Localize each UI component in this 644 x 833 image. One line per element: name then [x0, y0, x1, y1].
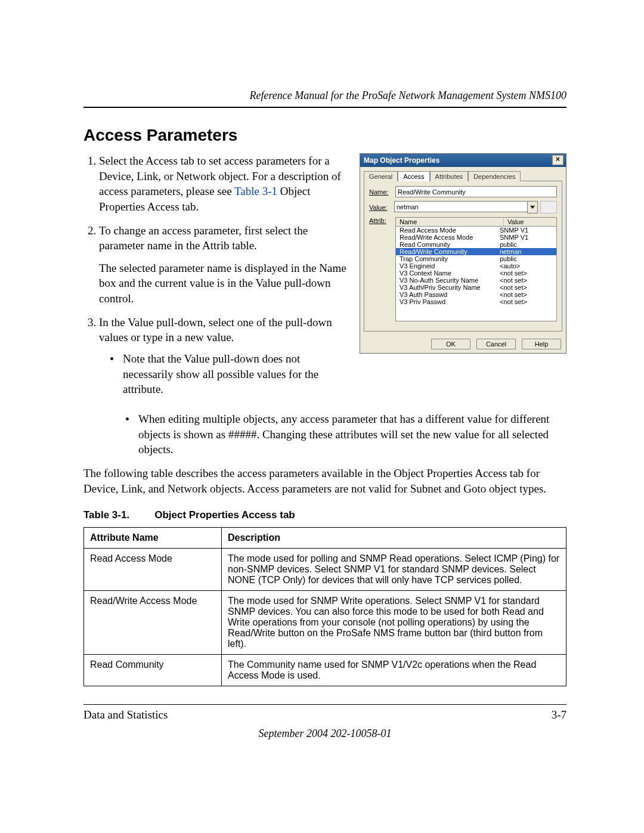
attrib-row-value: public — [500, 255, 517, 262]
footer-row: Data and Statistics 3-7 — [83, 708, 566, 721]
attrib-header-value: Value — [504, 218, 556, 226]
table-cell-name: Read/Write Access Mode — [84, 591, 222, 655]
attrib-row[interactable]: Read/Write Access ModeSNMP V1 — [396, 234, 556, 241]
attrib-list-header: Name Value — [395, 217, 557, 227]
attrib-list[interactable]: Read Access ModeSNMP V1Read/Write Access… — [395, 227, 557, 321]
attrib-row-name: Read/Write Access Mode — [400, 234, 500, 241]
attrib-row-name: V3 No-Auth Security Name — [400, 277, 500, 284]
attrib-row[interactable]: Read/Write Communitynetman — [396, 248, 556, 255]
table-cell-desc: The mode used for polling and SNMP Read … — [222, 549, 566, 591]
step-3-text: In the Value pull-down, select one of th… — [99, 316, 332, 344]
attrib-header-name: Name — [396, 218, 504, 226]
ok-button[interactable]: OK — [431, 339, 470, 349]
table-header-name: Attribute Name — [84, 528, 222, 549]
step-3: In the Value pull-down, select one of th… — [99, 315, 346, 397]
attrib-row[interactable]: V3 Context Name<not set> — [396, 270, 556, 277]
attrib-row-value: netman — [500, 248, 522, 255]
dialog-tabs: General Access Attributes Dependencies — [360, 167, 566, 181]
tab-attributes[interactable]: Attributes — [430, 171, 468, 181]
table-cell-name: Read Community — [84, 655, 222, 686]
tab-dependencies[interactable]: Dependencies — [468, 171, 521, 181]
attrib-row-name: V3 Context Name — [400, 270, 500, 277]
table-caption-title: Object Properties Access tab — [154, 509, 295, 521]
step-2-text: To change an access parameter, first sel… — [99, 224, 308, 252]
attrib-row[interactable]: V3 Auth Passwd<not set> — [396, 291, 556, 298]
attrib-row[interactable]: V3 No-Auth Security Name<not set> — [396, 277, 556, 284]
dialog-title: Map Object Properties — [364, 156, 439, 165]
map-object-properties-dialog: Map Object Properties × General Access A… — [360, 153, 566, 354]
access-panel: Name: Read/Write Community Value: netman… — [364, 181, 562, 332]
dialog-titlebar: Map Object Properties × — [360, 154, 566, 167]
attrib-row-value: <not set> — [500, 284, 527, 291]
value-aux-button[interactable] — [540, 201, 557, 213]
attrib-row[interactable]: Read Access ModeSNMP V1 — [396, 227, 556, 234]
step-1: Select the Access tab to set access para… — [99, 153, 346, 215]
bullet-1: Note that the Value pull-down does not n… — [110, 351, 346, 397]
object-properties-table: Attribute Name Description Read Access M… — [83, 527, 566, 686]
attrib-row-value: SNMP V1 — [500, 227, 528, 234]
attrib-row-value: <not set> — [500, 270, 527, 277]
attrib-row-value: <not set> — [500, 298, 527, 305]
attrib-row[interactable]: V3 Engineid<auto> — [396, 262, 556, 270]
attrib-row-value: <auto> — [500, 262, 520, 270]
name-field[interactable]: Read/Write Community — [395, 186, 557, 197]
paragraph-after-list: The following table describes the access… — [83, 466, 566, 496]
step-2-extra: The selected parameter name is displayed… — [99, 261, 346, 306]
attrib-row[interactable]: V3 Priv Passwd<not set> — [396, 298, 556, 305]
attrib-label: Attrib: — [369, 217, 392, 224]
tab-general[interactable]: General — [364, 171, 398, 181]
table-cell-desc: The mode used for SNMP Write operations.… — [222, 591, 566, 655]
value-field[interactable]: netman — [394, 201, 527, 212]
table-row: Read CommunityThe Community name used fo… — [84, 655, 566, 686]
attrib-row-name: V3 Auth Passwd — [400, 291, 500, 298]
help-button[interactable]: Help — [522, 339, 561, 349]
bullet-2: When editing multiple objects, any acces… — [125, 411, 566, 457]
attrib-row-value: SNMP V1 — [500, 234, 528, 241]
attrib-row-name: Read Community — [400, 241, 500, 248]
value-dropdown-button[interactable] — [527, 201, 538, 213]
attrib-row-name: V3 Engineid — [400, 262, 500, 270]
value-label: Value: — [369, 204, 392, 211]
table-cell-desc: The Community name used for SNMP V1/V2c … — [222, 655, 566, 686]
name-label: Name: — [369, 188, 392, 196]
chevron-down-icon — [530, 206, 535, 209]
table-header-desc: Description — [222, 528, 566, 549]
attrib-row[interactable]: Read Communitypublic — [396, 241, 556, 248]
attrib-row[interactable]: Trap Communitypublic — [396, 255, 556, 262]
section-title: Access Parameters — [83, 126, 566, 145]
table-row: Read/Write Access ModeThe mode used for … — [84, 591, 566, 655]
tab-access[interactable]: Access — [398, 171, 429, 181]
attrib-row-value: <not set> — [500, 291, 527, 298]
table-caption: Table 3-1.Object Properties Access tab — [83, 509, 566, 521]
header-rule — [83, 107, 566, 108]
page: Reference Manual for the ProSafe Network… — [0, 0, 644, 833]
table-cell-name: Read Access Mode — [84, 549, 222, 591]
attrib-row-name: V3 Priv Passwd — [400, 298, 500, 305]
table-3-1-link[interactable]: Table 3-1 — [234, 185, 277, 197]
attrib-row-value: <not set> — [500, 277, 527, 284]
attrib-row-name: Trap Community — [400, 255, 500, 262]
step-2: To change an access parameter, first sel… — [99, 223, 346, 306]
attrib-row-name: Read Access Mode — [400, 227, 500, 234]
cancel-button[interactable]: Cancel — [476, 339, 516, 349]
footer-right: 3-7 — [552, 708, 566, 721]
attrib-row[interactable]: V3 Auth/Priv Security Name<not set> — [396, 284, 556, 291]
footer-docline: September 2004 202-10058-01 — [83, 727, 566, 740]
footer-left: Data and Statistics — [83, 708, 168, 721]
attrib-row-name: Read/Write Community — [400, 248, 500, 255]
running-head: Reference Manual for the ProSafe Network… — [83, 89, 566, 102]
dialog-button-row: OK Cancel Help — [360, 335, 566, 353]
table-caption-num: Table 3-1. — [83, 509, 129, 521]
table-row: Read Access ModeThe mode used for pollin… — [84, 549, 566, 591]
attrib-row-value: public — [500, 241, 517, 248]
close-icon[interactable]: × — [552, 155, 564, 165]
footer-rule — [83, 704, 566, 705]
attrib-row-name: V3 Auth/Priv Security Name — [400, 284, 500, 291]
